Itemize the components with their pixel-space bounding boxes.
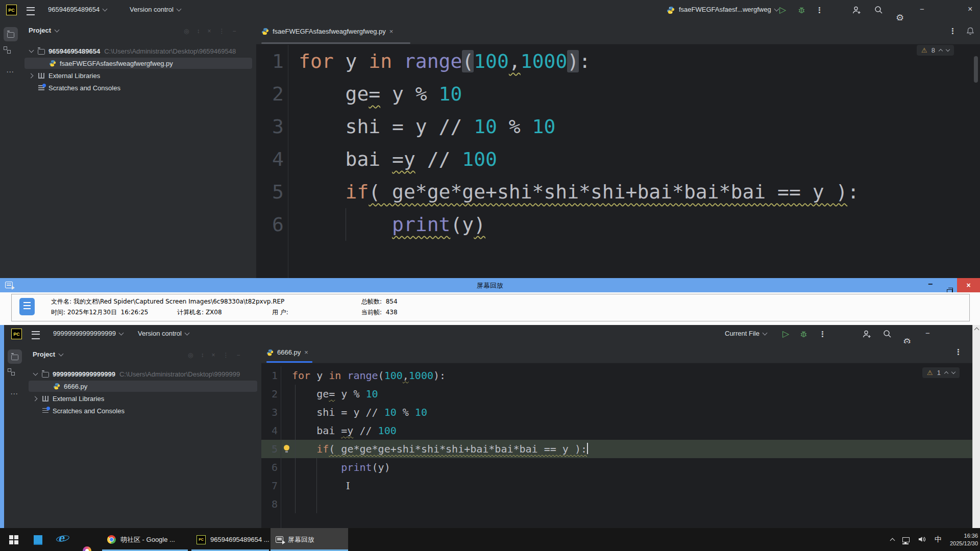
playback-minimize-button[interactable]: −: [928, 280, 933, 289]
code-text[interactable]: print(y): [299, 208, 485, 241]
tab-close-icon[interactable]: ×: [304, 348, 308, 356]
code-text[interactable]: shi = y // 10 % 10: [292, 403, 427, 421]
hide-panel-icon[interactable]: −: [237, 352, 240, 359]
minimize-button[interactable]: −: [925, 329, 930, 337]
chevron-down-icon[interactable]: [28, 50, 35, 52]
tree-item[interactable]: fsaeFWEGFAsfaesfweagfwergfweg.py: [21, 57, 256, 69]
code-line-7[interactable]: 7I: [261, 477, 972, 495]
tree-item[interactable]: 6666.py: [26, 380, 261, 392]
locate-file-icon[interactable]: ◎: [188, 352, 193, 359]
search-icon[interactable]: [883, 329, 892, 339]
code-text[interactable]: if( ge*ge*ge+shi*shi*shi+bai*bai*bai == …: [292, 440, 588, 458]
close-panel-icon[interactable]: ×: [211, 352, 215, 359]
tree-item[interactable]: External Libraries: [26, 392, 261, 405]
prev-warning-icon[interactable]: [944, 371, 948, 375]
code-text[interactable]: bai =y // 100: [292, 421, 397, 440]
more-tools-button[interactable]: ⋯: [6, 67, 14, 77]
code-text[interactable]: if( ge*ge*ge+shi*shi*shi+bai*bai*bai == …: [299, 176, 859, 208]
intention-bulb-icon[interactable]: [284, 445, 289, 450]
project-panel-header[interactable]: Project: [29, 27, 59, 34]
hide-panel-icon[interactable]: −: [233, 28, 236, 35]
main-menu-icon[interactable]: [27, 7, 35, 15]
debug-button[interactable]: [799, 330, 808, 338]
code-text[interactable]: ge= y % 10: [299, 78, 462, 110]
chevron-right-icon[interactable]: [28, 74, 35, 78]
tree-item[interactable]: Scratches and Consoles: [26, 405, 261, 417]
run-configuration-selector[interactable]: fsaeFWEGFAsfaesf...wergfweg: [679, 6, 778, 13]
editor-tab[interactable]: fsaeFWEGFAsfaesfweagfwergfweg.py ×: [261, 20, 393, 42]
main-menu-icon[interactable]: [32, 331, 40, 339]
tray-expand-icon[interactable]: [890, 538, 895, 543]
project-widget-button[interactable]: 96594695489654: [48, 6, 107, 13]
inspections-widget[interactable]: ⚠ 8: [917, 45, 954, 56]
run-button[interactable]: ▷: [779, 6, 786, 14]
project-widget-button[interactable]: 99999999999999999: [53, 330, 123, 337]
code-line-2[interactable]: 2 ge= y % 10: [256, 78, 980, 110]
vcs-widget-button[interactable]: Version control: [138, 330, 189, 337]
code-line-2[interactable]: 2 ge= y % 10: [261, 385, 972, 403]
editor-options-icon[interactable]: ⋮: [954, 347, 962, 357]
code-text[interactable]: ge= y % 10: [292, 385, 378, 403]
code-line-6[interactable]: 6 print(y): [256, 208, 980, 241]
panel-options-icon[interactable]: ⋮: [223, 352, 229, 359]
playback-scrollbar[interactable]: [972, 325, 980, 528]
locate-file-icon[interactable]: ◎: [184, 28, 189, 35]
code-line-6[interactable]: 6 print(y): [261, 458, 972, 477]
code-text[interactable]: bai =y // 100: [299, 143, 497, 176]
chevron-down-icon[interactable]: [32, 373, 39, 375]
recording-file-icon[interactable]: [19, 298, 35, 315]
code-area[interactable]: 1for y in range(100,1000):2 ge= y % 103 …: [261, 366, 972, 528]
tree-item[interactable]: 96594695489654C:\Users\Administrator\Des…: [21, 45, 256, 57]
editor-scrollbar[interactable]: [974, 56, 978, 83]
code-line-5[interactable]: 5 if( ge*ge*ge+shi*shi*shi+bai*bai*bai =…: [256, 176, 980, 208]
editor-options-icon[interactable]: ⋮: [949, 27, 957, 36]
code-text[interactable]: print(y): [292, 458, 390, 477]
code-line-3[interactable]: 3 shi = y // 10 % 10: [261, 403, 972, 421]
tab-close-icon[interactable]: ×: [389, 28, 394, 35]
code-line-5[interactable]: 5 if( ge*ge*ge+shi*shi*shi+bai*bai*bai =…: [261, 440, 972, 458]
task-button-chrome[interactable]: 萌社区 - Google ...: [102, 528, 188, 551]
playback-titlebar[interactable]: 屏幕回放 − ×: [0, 278, 980, 292]
chevron-right-icon[interactable]: [32, 397, 39, 400]
quicklaunch-swirl-icon[interactable]: [83, 546, 91, 551]
code-line-3[interactable]: 3 shi = y // 10 % 10: [256, 110, 980, 143]
code-line-4[interactable]: 4 bai =y // 100: [256, 143, 980, 176]
code-text[interactable]: for y in range(100,1000):: [292, 366, 446, 385]
quicklaunch-app-icon[interactable]: [34, 535, 42, 545]
next-warning-icon[interactable]: [951, 370, 955, 374]
code-line-1[interactable]: 1for y in range(100,1000):: [261, 366, 972, 385]
expand-collapse-icon[interactable]: ↕: [201, 352, 204, 359]
tab-scroll-indicator[interactable]: [261, 42, 410, 44]
taskbar-clock[interactable]: 16:36 2025/12/30: [950, 532, 978, 547]
debug-button[interactable]: [797, 6, 806, 14]
more-actions-button[interactable]: ⋮: [819, 330, 826, 339]
panel-options-icon[interactable]: ⋮: [219, 28, 225, 35]
close-button[interactable]: ×: [968, 5, 972, 14]
scroll-up-icon[interactable]: [974, 328, 979, 333]
ime-indicator[interactable]: 中: [935, 535, 942, 544]
code-line-1[interactable]: 1for y in range(100,1000):: [256, 45, 980, 78]
add-user-button[interactable]: [851, 5, 862, 15]
network-icon[interactable]: [902, 537, 910, 542]
volume-icon[interactable]: [918, 536, 926, 544]
tree-item[interactable]: Scratches and Consoles: [21, 82, 256, 94]
more-actions-button[interactable]: ⋮: [816, 6, 823, 15]
task-button-pycharm[interactable]: PC96594695489654 ...: [191, 528, 269, 551]
search-icon[interactable]: [874, 5, 884, 15]
tree-item[interactable]: External Libraries: [21, 69, 256, 82]
vcs-widget-button[interactable]: Version control: [130, 6, 181, 13]
prev-warning-icon[interactable]: [939, 49, 943, 53]
close-panel-icon[interactable]: ×: [207, 28, 211, 35]
tree-item[interactable]: 99999999999999999C:\Users\Administrator\…: [26, 368, 261, 380]
code-area[interactable]: 1for y in range(100,1000):2 ge= y % 103 …: [256, 45, 980, 278]
project-tool-button[interactable]: [8, 349, 22, 364]
next-warning-icon[interactable]: [946, 47, 950, 52]
minimize-button[interactable]: −: [920, 5, 924, 13]
project-tool-button[interactable]: [4, 27, 18, 41]
run-button[interactable]: ▷: [782, 330, 789, 338]
run-configuration-selector[interactable]: Current File: [725, 330, 767, 337]
notifications-bell-icon[interactable]: [966, 27, 980, 38]
inspections-widget[interactable]: ⚠ 1: [922, 367, 960, 378]
expand-collapse-icon[interactable]: ↕: [197, 28, 200, 35]
task-button-playback[interactable]: 屏幕回放: [271, 528, 348, 551]
